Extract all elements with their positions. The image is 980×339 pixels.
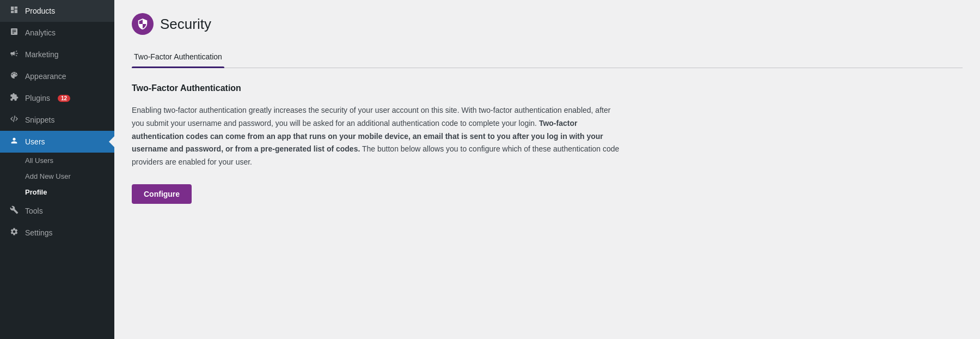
sidebar-item-plugins[interactable]: Plugins 12 (0, 87, 114, 109)
marketing-icon (9, 49, 20, 60)
tabs-container: Two-Factor Authentication (132, 48, 963, 68)
plugins-icon (9, 93, 20, 104)
sidebar-item-marketing-label: Marketing (25, 50, 58, 59)
page-title: Security (160, 16, 211, 33)
sidebar-item-all-users[interactable]: All Users (0, 153, 114, 168)
profile-label: Profile (25, 188, 47, 196)
sidebar-item-products-label: Products (25, 7, 55, 15)
sidebar-item-profile[interactable]: Profile (0, 184, 114, 200)
sidebar-item-add-new-user[interactable]: Add New User (0, 168, 114, 184)
section-title: Two-Factor Authentication (132, 83, 963, 93)
all-users-label: All Users (25, 156, 53, 165)
sidebar-item-tools-label: Tools (25, 207, 43, 215)
appearance-icon (9, 71, 20, 82)
sidebar-item-settings-label: Settings (25, 228, 53, 237)
sidebar-item-users[interactable]: Users (0, 131, 114, 153)
sidebar-item-plugins-label: Plugins (25, 94, 50, 102)
main-content: Security Two-Factor Authentication Two-F… (114, 0, 980, 339)
sidebar-item-snippets[interactable]: Snippets (0, 109, 114, 131)
sidebar-item-analytics-label: Analytics (25, 28, 56, 37)
sidebar-item-settings[interactable]: Settings (0, 222, 114, 244)
sidebar-item-products[interactable]: Products (0, 0, 114, 22)
sidebar-item-marketing[interactable]: Marketing (0, 44, 114, 65)
add-new-user-label: Add New User (25, 172, 71, 180)
sidebar-item-appearance-label: Appearance (25, 72, 66, 81)
tab-two-factor-auth[interactable]: Two-Factor Authentication (132, 48, 224, 68)
page-header: Security (132, 13, 963, 35)
configure-button[interactable]: Configure (132, 184, 192, 204)
snippets-icon (9, 114, 20, 125)
products-icon (9, 5, 20, 16)
users-icon (9, 136, 20, 147)
sidebar-item-snippets-label: Snippets (25, 116, 54, 124)
plugins-badge: 12 (58, 95, 70, 102)
sidebar: Products Analytics Marketing Appearance … (0, 0, 114, 339)
shield-icon (137, 18, 149, 30)
description-text: Enabling two-factor authentication great… (132, 104, 622, 169)
tools-icon (9, 205, 20, 216)
sidebar-item-analytics[interactable]: Analytics (0, 22, 114, 44)
analytics-icon (9, 27, 20, 38)
sidebar-item-appearance[interactable]: Appearance (0, 65, 114, 87)
security-icon (132, 13, 154, 35)
settings-icon (9, 227, 20, 238)
sidebar-item-users-label: Users (25, 137, 45, 146)
sidebar-item-tools[interactable]: Tools (0, 200, 114, 222)
